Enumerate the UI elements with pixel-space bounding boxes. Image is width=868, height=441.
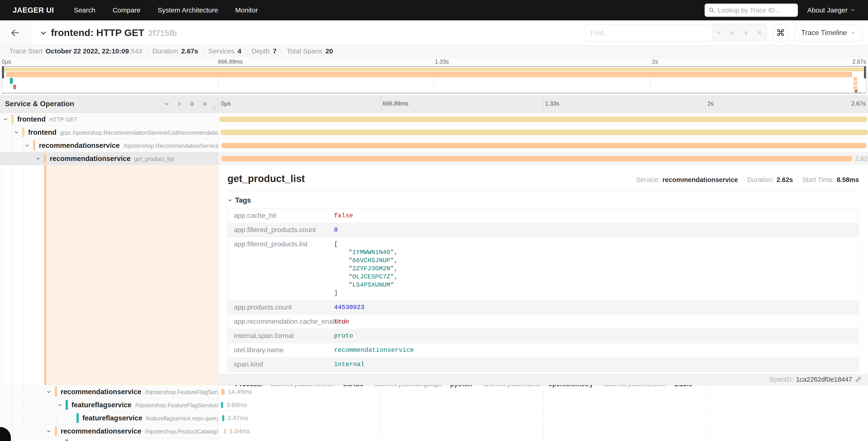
about-jaeger-menu[interactable]: About Jaeger bbox=[807, 6, 855, 14]
span-expand-chevron[interactable] bbox=[3, 117, 8, 122]
span-service-name[interactable]: featureflagservice/hipstershop.FeatureFl… bbox=[71, 401, 218, 409]
span-service-name[interactable]: featureflagservicefeatureflagservice.rep… bbox=[82, 414, 218, 422]
span-service-name[interactable]: recommendationservice/hipstershop.Produc… bbox=[61, 427, 218, 435]
span-operation-name: /hipstershop.FeatureFlagService... bbox=[145, 389, 218, 395]
span-name-cell[interactable]: frontendHTTP GET bbox=[0, 113, 218, 126]
keyboard-shortcuts-button[interactable]: ⌘ bbox=[773, 24, 788, 41]
span-timeline-cell[interactable] bbox=[218, 126, 868, 139]
span-service-name[interactable]: recommendationserviceget_product_list bbox=[50, 155, 174, 163]
link-icon[interactable] bbox=[855, 376, 862, 383]
indent-guide bbox=[2, 399, 2, 411]
nav-item-monitor[interactable]: Monitor bbox=[227, 6, 267, 14]
span-duration-bar[interactable] bbox=[221, 156, 852, 161]
span-expand-chevron[interactable] bbox=[35, 156, 41, 161]
service-color-bar bbox=[66, 439, 68, 441]
minimap-right-handle[interactable] bbox=[864, 66, 866, 78]
span-service-name[interactable]: frontendHTTP GET bbox=[17, 115, 77, 123]
span-duration-bar[interactable] bbox=[221, 389, 225, 395]
find-clear-icon[interactable]: ✕ bbox=[753, 25, 766, 41]
json-list-item: "OLJCESPC7Z", bbox=[334, 273, 398, 281]
span-operation-name: featureflagservice.repo.query:fe... bbox=[146, 415, 218, 421]
span-timeline-cell[interactable] bbox=[218, 139, 868, 152]
collapse-one-button[interactable] bbox=[164, 101, 170, 107]
span-expand-chevron[interactable] bbox=[57, 402, 62, 408]
span-name-cell[interactable]: featureflagservice/hipstershop.FeatureFl… bbox=[0, 399, 218, 412]
jaeger-logo[interactable]: JAEGER UI bbox=[0, 6, 65, 14]
service-color-bar bbox=[55, 426, 57, 436]
tag-value: false bbox=[334, 212, 353, 220]
span-name-cell[interactable]: recommendationservice/hipstershop.Featur… bbox=[0, 385, 218, 399]
nav-item-system-architecture[interactable]: System Architecture bbox=[149, 6, 227, 14]
back-button[interactable] bbox=[0, 20, 31, 45]
summary-value: 2.67s bbox=[181, 47, 198, 55]
back-arrow-icon bbox=[10, 28, 20, 38]
indent-guide bbox=[2, 165, 2, 385]
span-operation-name: HTTP GET bbox=[49, 116, 77, 123]
span-timeline-cell[interactable] bbox=[218, 438, 868, 441]
json-list-item: "2ZYFJ3GM2N", bbox=[334, 265, 398, 273]
find-next-icon[interactable]: ∨ bbox=[739, 25, 753, 41]
indent-guide bbox=[2, 152, 2, 165]
span-expand-chevron[interactable] bbox=[46, 429, 52, 434]
span-name-cell[interactable]: recommendationservice/hipstershop.Recomm… bbox=[0, 139, 218, 152]
span-duration-bar[interactable] bbox=[221, 402, 223, 408]
span-timeline-cell[interactable]: 1.04ms bbox=[218, 425, 868, 438]
span-row: recommendationservice/hipstershop.Recomm… bbox=[0, 139, 868, 152]
span-service-name[interactable]: recommendationservice/hipstershop.Featur… bbox=[61, 388, 218, 396]
summary-item: Trace StartOctober 22 2022, 22:10:09.543 bbox=[4, 47, 147, 55]
span-operation-name: grpc.hipstershop.RecommendationService/L… bbox=[60, 129, 218, 136]
span-timeline-cell[interactable] bbox=[218, 113, 868, 126]
about-jaeger-label: About Jaeger bbox=[807, 6, 848, 14]
timeline-minimap: 0μs666.89ms1.33s2s2.67s bbox=[0, 57, 868, 95]
span-row: frontendgrpc.hipstershop.RecommendationS… bbox=[0, 126, 868, 139]
span-timeline-cell[interactable]: 3.47ms bbox=[218, 412, 868, 425]
trace-lookup-input[interactable] bbox=[718, 6, 794, 14]
span-name-cell[interactable]: recommendationserviceget_product_list bbox=[0, 152, 218, 165]
minimap-left-handle[interactable] bbox=[2, 66, 4, 78]
span-duration-bar[interactable] bbox=[224, 428, 226, 434]
summary-item: Depth7 bbox=[246, 47, 281, 55]
span-expand-chevron[interactable] bbox=[46, 389, 52, 394]
span-name-cell[interactable]: recommendationservice/hipstershop.Produc… bbox=[0, 425, 218, 438]
span-duration-bar[interactable] bbox=[219, 117, 867, 122]
span-expand-chevron[interactable] bbox=[25, 143, 30, 148]
timeline-column-header: Service & Operation || 0μs666.89ms1.33s2… bbox=[0, 95, 868, 113]
collapse-all-button[interactable] bbox=[189, 101, 195, 107]
json-comma: , bbox=[394, 257, 398, 264]
summary-label: Trace Start bbox=[9, 47, 42, 55]
span-name-cell[interactable] bbox=[0, 438, 218, 441]
trace-title-wrap: frontend: HTTP GET 2f715fb bbox=[40, 27, 177, 38]
find-input[interactable] bbox=[585, 25, 712, 41]
span-duration-bar[interactable] bbox=[221, 143, 866, 148]
trace-view-selector[interactable]: Trace Timeline bbox=[795, 24, 862, 41]
expand-one-button[interactable] bbox=[177, 101, 182, 107]
column-resize-handle[interactable]: || bbox=[213, 105, 216, 111]
span-timeline-cell[interactable]: 3.68ms bbox=[218, 399, 868, 412]
tags-accordion-toggle[interactable]: Tags bbox=[227, 196, 859, 204]
span-detail-left-column bbox=[0, 165, 218, 385]
span-service-name[interactable]: frontendgrpc.hipstershop.RecommendationS… bbox=[28, 128, 218, 137]
span-operation-title: get_product_list bbox=[227, 173, 305, 184]
span-row bbox=[0, 438, 868, 441]
expand-all-button[interactable] bbox=[202, 101, 208, 107]
span-service-name[interactable]: recommendationservice/hipstershop.Recomm… bbox=[39, 142, 218, 150]
span-duration-bar[interactable] bbox=[222, 415, 224, 421]
find-prev-icon[interactable]: ∧ bbox=[726, 25, 739, 41]
tag-value: recommendationservice bbox=[334, 346, 414, 354]
chevron-down-icon bbox=[40, 29, 47, 37]
indent-guide bbox=[34, 385, 35, 398]
span-expand-chevron[interactable] bbox=[13, 130, 19, 135]
span-duration-bar[interactable] bbox=[220, 130, 868, 135]
span-name-cell[interactable]: featureflagservicefeatureflagservice.rep… bbox=[0, 412, 218, 425]
main-nav: SearchCompareSystem ArchitectureMonitor bbox=[65, 6, 266, 14]
chevron-down-icon bbox=[35, 156, 41, 161]
span-name-cell[interactable]: frontendgrpc.hipstershop.RecommendationS… bbox=[0, 126, 218, 139]
span-timeline-cell[interactable]: 2.62s bbox=[218, 152, 868, 165]
nav-item-compare[interactable]: Compare bbox=[104, 6, 149, 14]
nav-item-search[interactable]: Search bbox=[65, 6, 104, 14]
minimap-canvas[interactable] bbox=[2, 66, 866, 93]
span-rows-top: frontendHTTP GETfrontendgrpc.hipstershop… bbox=[0, 113, 868, 165]
find-focus-icon[interactable]: ⌖ bbox=[712, 25, 726, 41]
summary-item: Services4 bbox=[203, 47, 246, 55]
trace-collapse-toggle[interactable] bbox=[40, 29, 47, 37]
